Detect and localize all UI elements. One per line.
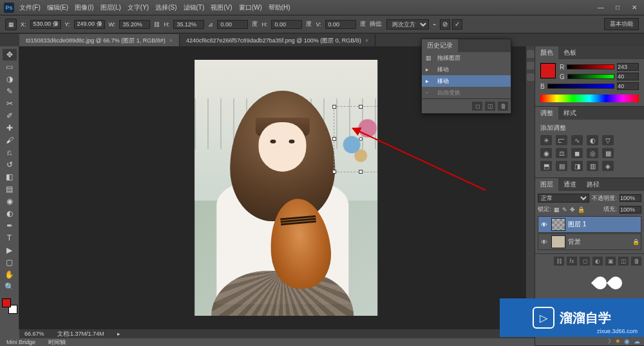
link-icon[interactable]: ⛓ — [154, 21, 160, 28]
menu-layer[interactable]: 图层(L) — [98, 3, 124, 12]
menu-edit[interactable]: 编辑(E) — [44, 3, 71, 12]
path-select-tool[interactable]: ▶ — [3, 244, 17, 256]
tab-channels[interactable]: 通道 — [558, 178, 582, 191]
canvas-image[interactable] — [194, 60, 377, 316]
healing-tool[interactable]: ✚ — [3, 122, 17, 134]
free-transform-box[interactable] — [334, 106, 377, 172]
brush-tool[interactable]: 🖌 — [3, 134, 17, 146]
history-item[interactable]: ▥拖移图层 — [422, 52, 511, 64]
history-item[interactable]: ▸移动 — [422, 75, 511, 87]
g-slider[interactable] — [567, 74, 614, 79]
new-doc-button[interactable]: ◫ — [485, 102, 495, 111]
color-swatches[interactable] — [2, 298, 17, 314]
b-value[interactable] — [617, 82, 639, 90]
opacity-input[interactable] — [620, 194, 641, 202]
history-item[interactable]: ▫自由变换 — [422, 87, 511, 98]
close-icon[interactable]: × — [365, 37, 368, 44]
angle-input[interactable] — [217, 20, 248, 29]
transform-handle[interactable] — [359, 105, 363, 109]
tab-color[interactable]: 颜色 — [535, 46, 558, 59]
new-layer-button[interactable]: ◫ — [618, 257, 629, 266]
transform-handle[interactable] — [332, 170, 336, 174]
dodge-tool[interactable]: ◐ — [3, 208, 17, 219]
threshold-icon[interactable]: ◨ — [571, 161, 583, 171]
curves-icon[interactable]: ∿ — [571, 135, 583, 145]
minimize-button[interactable]: — — [595, 3, 607, 12]
transform-origin-icon[interactable]: ▦ — [5, 19, 17, 30]
hue-icon[interactable]: ◉ — [540, 148, 552, 158]
snapshot-button[interactable]: ◻ — [472, 102, 482, 111]
tray-icon[interactable]: ✷ — [615, 338, 620, 345]
levels-icon[interactable]: ⫍ — [556, 135, 567, 145]
menu-select[interactable]: 选择(S) — [153, 3, 179, 12]
tab-paths[interactable]: 路径 — [582, 178, 605, 191]
menu-type[interactable]: 文字(Y) — [125, 3, 151, 12]
tab-adjustments[interactable]: 调整 — [535, 107, 558, 120]
r-slider[interactable] — [567, 64, 614, 69]
x-input[interactable] — [30, 20, 61, 29]
foreground-color-swatch[interactable] — [2, 298, 11, 307]
timeline-tab[interactable]: 时间轴 — [48, 338, 66, 347]
exposure-icon[interactable]: ◐ — [587, 135, 598, 145]
stamp-tool[interactable]: ⎌ — [3, 147, 17, 158]
visibility-toggle[interactable]: 👁 — [540, 221, 549, 228]
tray-icon[interactable]: ◉ — [624, 338, 630, 345]
layer-thumbnail[interactable] — [551, 218, 565, 231]
move-tool[interactable]: ✥ — [3, 49, 17, 60]
tray-icon[interactable]: ☁ — [634, 338, 640, 345]
transform-handle[interactable] — [332, 105, 336, 109]
color-preview[interactable] — [540, 63, 556, 78]
menu-window[interactable]: 窗口(W) — [236, 3, 265, 12]
adjustment-layer-button[interactable]: ◐ — [592, 257, 603, 266]
balance-icon[interactable]: ⚖ — [556, 148, 567, 158]
menu-help[interactable]: 帮助(H) — [266, 3, 293, 12]
hskew-input[interactable] — [271, 20, 302, 29]
g-value[interactable] — [617, 73, 639, 80]
transform-handle[interactable] — [359, 170, 363, 174]
invert-icon[interactable]: ⬒ — [540, 161, 552, 171]
strip-button[interactable] — [527, 50, 535, 58]
gradient-tool[interactable]: ▤ — [3, 183, 17, 195]
shape-tool[interactable]: ▢ — [3, 257, 17, 268]
h-input[interactable] — [173, 20, 204, 29]
lock-transparency-icon[interactable]: ▦ — [554, 206, 560, 213]
crop-tool[interactable]: ✂ — [3, 98, 17, 109]
strip-button[interactable] — [527, 62, 535, 69]
mini-bridge-tab[interactable]: Mini Bridge — [6, 339, 35, 345]
layer-style-button[interactable]: fx — [567, 257, 577, 266]
posterize-icon[interactable]: ▤ — [556, 161, 567, 171]
transform-handle[interactable] — [332, 137, 336, 141]
menu-file[interactable]: 文件(F) — [17, 3, 43, 12]
zoom-tool[interactable]: 🔍 — [3, 281, 17, 293]
selective-icon[interactable]: ◈ — [602, 161, 614, 171]
close-button[interactable]: ✕ — [629, 3, 640, 12]
tab-history[interactable]: 历史记录 — [422, 39, 458, 52]
eraser-tool[interactable]: ◧ — [3, 171, 17, 183]
close-icon[interactable]: × — [169, 37, 173, 44]
commit-transform-button[interactable]: ✓ — [452, 19, 462, 30]
brightness-icon[interactable]: ☀ — [540, 135, 552, 145]
gradient-map-icon[interactable]: ▥ — [587, 161, 598, 171]
layer-name[interactable]: 背景 — [568, 237, 630, 246]
doc-tab-2[interactable]: 4240cf6c827e266f57c89dadb27ba35f.png @ 1… — [180, 34, 375, 47]
menu-image[interactable]: 图像(I) — [72, 3, 96, 12]
delete-layer-button[interactable]: 🗑 — [631, 257, 641, 266]
document-size[interactable]: 文档:1.37M/1.74M — [57, 330, 104, 338]
bw-icon[interactable]: ◼ — [571, 148, 583, 158]
interp-select[interactable]: 两次立方 — [386, 19, 429, 30]
workspace-switcher[interactable]: 基本功能 — [604, 18, 639, 30]
link-layers-button[interactable]: ⛓ — [554, 257, 564, 266]
pen-tool[interactable]: ✒ — [3, 220, 17, 232]
blend-mode-select[interactable]: 正常 — [538, 194, 589, 203]
group-button[interactable]: ▣ — [605, 257, 616, 266]
history-panel[interactable]: 历史记录 ▥拖移图层 ▸移动 ▸移动 ▫自由变换 ◻ ◫ 🗑 — [421, 39, 511, 114]
b-slider[interactable] — [547, 84, 614, 89]
visibility-toggle[interactable]: 👁 — [540, 239, 549, 246]
delete-button[interactable]: 🗑 — [498, 102, 508, 111]
warp-icon[interactable]: ⌁ — [433, 21, 436, 28]
mixer-icon[interactable]: ▦ — [602, 148, 614, 158]
marquee-tool[interactable]: ▭ — [3, 61, 17, 73]
layer-row[interactable]: 👁 背景 🔒 — [538, 233, 641, 250]
history-brush-tool[interactable]: ↺ — [3, 159, 17, 170]
history-item[interactable]: ▸移动 — [422, 64, 511, 75]
